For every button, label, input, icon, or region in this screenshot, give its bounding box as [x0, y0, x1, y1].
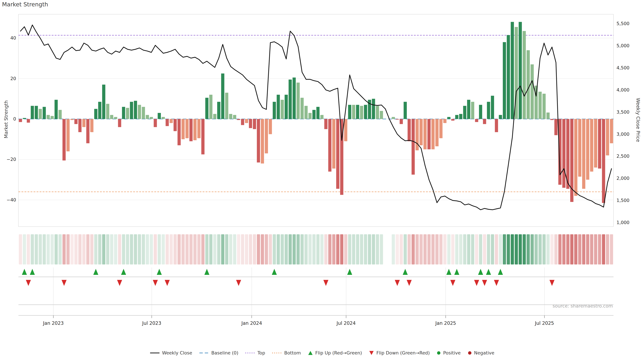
flip-down-triangle: [450, 280, 455, 286]
positive-strength-bar: [320, 115, 324, 119]
positive-strength-bar: [233, 115, 236, 119]
positive-strength-bar: [280, 100, 284, 119]
heatmap-week-cell: [479, 234, 482, 265]
heatmap-week-cell: [142, 234, 145, 265]
flip-up-triangle: [121, 269, 126, 275]
positive-strength-bar: [300, 98, 304, 119]
svg-text:Jul 2024: Jul 2024: [336, 321, 356, 326]
x-axis-ticks: Jan 2023Jul 2023Jan 2024Jul 2024Jan 2025…: [42, 316, 554, 326]
negative-strength-bar: [412, 119, 415, 175]
heatmap-week-cell: [526, 234, 530, 265]
negative-strength-bar: [186, 119, 189, 138]
negative-strength-bar: [586, 119, 589, 180]
heatmap-week-cell: [289, 234, 292, 265]
negative-strength-bar: [269, 119, 272, 134]
heatmap-week-cell: [273, 234, 276, 265]
svg-text:Jan 2024: Jan 2024: [241, 321, 262, 326]
bottom-dotted-icon: [272, 351, 282, 355]
heatmap-week-cell: [23, 234, 26, 265]
positive-strength-bar: [304, 106, 308, 119]
svg-text:0: 0: [13, 116, 16, 121]
heatmap-week-cell: [138, 234, 141, 265]
positive-strength-bar: [447, 117, 450, 119]
positive-strength-bar: [39, 109, 42, 119]
negative-strength-bar: [166, 119, 169, 126]
strength-heatmap-strip: [19, 234, 613, 265]
heatmap-week-cell: [126, 234, 129, 265]
heatmap-week-cell: [51, 234, 54, 265]
heatmap-week-cell: [233, 234, 236, 265]
positive-strength-bar: [531, 64, 534, 119]
negative-strength-bar: [261, 119, 264, 164]
heatmap-week-cell: [146, 234, 149, 265]
heatmap-week-cell: [364, 234, 367, 265]
negative-strength-bar: [118, 119, 121, 127]
heatmap-week-cell: [209, 234, 212, 265]
heatmap-week-cell: [154, 234, 157, 265]
heatmap-week-cell: [475, 234, 478, 265]
heatmap-week-cell: [467, 234, 470, 265]
strength-bars: [19, 22, 613, 203]
positive-strength-bar: [158, 113, 161, 119]
heatmap-week-cell: [582, 234, 585, 265]
positive-strength-bar: [35, 106, 38, 119]
positive-strength-bar: [455, 115, 458, 119]
heatmap-week-cell: [130, 234, 133, 265]
legend-positive: Positive: [436, 350, 460, 356]
positive-strength-bar: [352, 105, 355, 119]
heatmap-week-cell: [344, 234, 347, 265]
positive-strength-bar: [110, 115, 113, 119]
negative-strength-bar: [582, 119, 585, 189]
flip-down-triangle: [494, 280, 499, 286]
negative-strength-bar: [428, 119, 431, 149]
heatmap-week-cell: [110, 234, 113, 265]
heatmap-week-cell: [27, 234, 30, 265]
svg-text:1,500: 1,500: [616, 198, 630, 203]
legend-label: Baseline (0): [211, 350, 238, 356]
heatmap-week-cell: [538, 234, 542, 265]
flip-up-triangle: [22, 269, 27, 275]
positive-strength-bar: [126, 108, 129, 119]
heatmap-week-cell: [280, 234, 284, 265]
heatmap-week-cell: [594, 234, 597, 265]
svg-text:Jul 2025: Jul 2025: [534, 321, 554, 326]
svg-text:1,000: 1,000: [616, 220, 630, 225]
chart-legend: Weekly Close Baseline (0) Top Bottom Fli…: [0, 350, 644, 356]
positive-strength-bar: [58, 110, 62, 119]
positive-strength-bar: [380, 111, 383, 119]
negative-strength-bar: [182, 119, 185, 139]
heatmap-week-cell: [546, 234, 550, 265]
positive-strength-bar: [134, 101, 137, 119]
flip-down-triangle: [323, 280, 328, 286]
heatmap-week-cell: [336, 234, 340, 265]
negative-strength-bar: [198, 119, 200, 138]
heatmap-week-cell: [86, 234, 90, 265]
legend-label: Bottom: [284, 350, 301, 356]
heatmap-week-cell: [201, 234, 204, 265]
positive-strength-bar: [23, 118, 26, 119]
negative-strength-bar: [178, 119, 180, 145]
heatmap-week-cell: [217, 234, 220, 265]
positive-strength-bar: [98, 102, 101, 119]
positive-strength-bar: [205, 98, 208, 119]
heatmap-week-cell: [189, 234, 192, 265]
heatmap-week-cell: [35, 234, 38, 265]
positive-strength-bar: [360, 106, 363, 119]
positive-strength-bar: [138, 105, 141, 119]
heatmap-week-cell: [356, 234, 359, 265]
heatmap-week-cell: [90, 234, 94, 265]
heatmap-week-cell: [324, 234, 328, 265]
svg-text:5,000: 5,000: [616, 43, 630, 48]
heatmap-week-cell: [174, 234, 177, 265]
heatmap-week-cell: [586, 234, 589, 265]
legend-label: Negative: [474, 350, 494, 356]
negative-strength-bar: [253, 119, 256, 129]
heatmap-week-cell: [380, 234, 383, 265]
legend-flip-down: Flip Down (Green→Red): [368, 350, 430, 356]
positive-strength-bar: [356, 105, 359, 119]
positive-strength-bar: [487, 102, 490, 119]
positive-strength-bar: [162, 117, 165, 119]
svg-text:3,500: 3,500: [616, 109, 630, 115]
positive-strength-bar: [142, 107, 145, 119]
positive-strength-bar: [364, 105, 367, 119]
